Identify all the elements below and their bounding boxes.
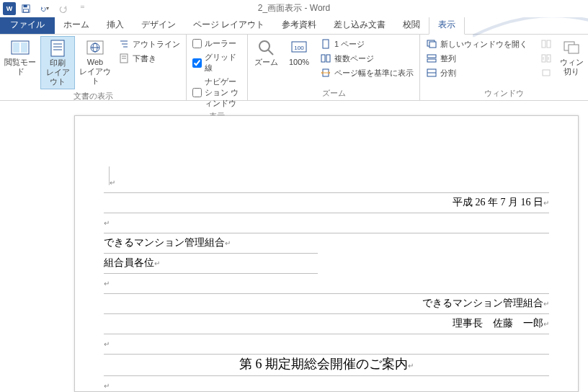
zoom-button[interactable]: ズーム xyxy=(251,36,281,68)
sync-scroll-button[interactable] xyxy=(538,52,555,65)
gridlines-label: グリッド線 xyxy=(205,52,241,74)
svg-rect-27 xyxy=(326,55,330,62)
document-area[interactable]: ↵ 平成 26 年 7 月 16 日↵ ↵ できるマンション管理組合↵ 組合員各… xyxy=(0,101,588,392)
svg-rect-37 xyxy=(547,40,551,48)
svg-line-22 xyxy=(268,50,273,55)
web-layout-icon xyxy=(86,39,104,56)
gridlines-checkbox[interactable]: グリッド線 xyxy=(190,51,244,74)
hundred-percent-icon: 100 xyxy=(290,39,308,56)
read-mode-label: 閲覧モード xyxy=(4,58,36,76)
read-mode-button[interactable]: 閲覧モード xyxy=(3,36,37,78)
group-zoom: ズーム 100 100% 1 ページ xyxy=(248,35,420,100)
one-page-icon xyxy=(320,38,331,50)
print-layout-label-2: レイアウト xyxy=(43,68,73,86)
group-document-views: 閲覧モード 印刷 レイアウト Web レイアウト xyxy=(0,35,187,100)
navpane-label: ナビゲーション ウィンドウ xyxy=(205,76,241,109)
doc-recipient1-line: できるマンション管理組合↵ xyxy=(104,233,318,254)
doc-empty-line-2: ↵ xyxy=(104,213,549,233)
page-width-icon xyxy=(320,67,331,79)
draft-label: 下書き xyxy=(133,53,156,64)
hundred-percent-label: 100% xyxy=(289,58,309,67)
doc-empty-line-4: ↵ xyxy=(104,334,549,355)
tab-mailings[interactable]: 差し込み文書 xyxy=(325,16,394,34)
print-layout-label-1: 印刷 xyxy=(50,58,66,68)
print-layout-button[interactable]: 印刷 レイアウト xyxy=(40,36,75,89)
multi-page-button[interactable]: 複数ページ xyxy=(317,52,416,65)
tab-file[interactable]: ファイル xyxy=(0,16,55,34)
ruler-checkbox[interactable]: ルーラー xyxy=(190,37,244,50)
ribbon: 閲覧モード 印刷 レイアウト Web レイアウト xyxy=(0,35,588,101)
zoom-label: ズーム xyxy=(254,58,278,67)
navpane-check-input[interactable] xyxy=(192,88,202,97)
title-bar: W ▾ ⁼ 2_画面表示 - Word xyxy=(0,0,588,17)
document-page[interactable]: ↵ 平成 26 年 7 月 16 日↵ ↵ できるマンション管理組合↵ 組合員各… xyxy=(74,115,579,392)
save-button[interactable] xyxy=(17,1,35,16)
switch-windows-label-1: ウィン xyxy=(560,58,584,67)
arrange-all-button[interactable]: 整列 xyxy=(423,52,530,65)
svg-rect-5 xyxy=(13,43,19,53)
doc-title-line: 第 6 期定期総会開催のご案内↵ xyxy=(104,355,549,376)
doc-recipient2-line: 組合員各位↵ xyxy=(104,254,318,274)
doc-sender2-line: 理事長 佐藤 一郎↵ xyxy=(104,314,549,334)
doc-empty-line-3: ↵ xyxy=(104,274,549,294)
arrange-all-label: 整列 xyxy=(440,53,456,64)
print-layout-icon xyxy=(48,40,67,57)
group-views-label: 文書の表示 xyxy=(3,89,183,103)
page-width-button[interactable]: ページ幅を基準に表示 xyxy=(317,66,416,79)
outline-button[interactable]: アウトライン xyxy=(115,37,183,50)
svg-rect-3 xyxy=(24,9,29,12)
reset-window-button[interactable] xyxy=(538,66,555,79)
gridlines-check-input[interactable] xyxy=(192,58,202,68)
svg-rect-40 xyxy=(543,70,550,76)
svg-rect-33 xyxy=(427,59,436,62)
doc-empty-line-5: ↵ xyxy=(104,376,549,392)
web-layout-label-2: レイアウト xyxy=(79,67,111,86)
outline-label: アウトライン xyxy=(133,39,180,50)
group-zoom-label: ズーム xyxy=(251,86,416,100)
hundred-percent-button[interactable]: 100 100% xyxy=(284,36,314,68)
side-by-side-button[interactable] xyxy=(538,37,555,50)
sync-scroll-icon xyxy=(540,53,552,64)
tab-insert[interactable]: 挿入 xyxy=(98,16,133,34)
svg-text:100: 100 xyxy=(294,45,304,51)
navpane-checkbox[interactable]: ナビゲーション ウィンドウ xyxy=(190,76,244,110)
redo-button[interactable] xyxy=(55,1,72,16)
tab-page-layout[interactable]: ページ レイアウト xyxy=(184,16,273,34)
undo-icon xyxy=(40,4,46,14)
svg-rect-31 xyxy=(429,42,436,48)
doc-date: 平成 26 年 7 月 16 日 xyxy=(453,197,543,208)
group-window: 新しいウィンドウを開く 整列 分割 xyxy=(420,35,588,100)
ruler-label: ルーラー xyxy=(205,38,236,49)
word-app-icon: W xyxy=(3,2,16,15)
tab-view[interactable]: 表示 xyxy=(429,15,465,35)
doc-recipient1: できるマンション管理組合 xyxy=(104,237,225,248)
one-page-button[interactable]: 1 ページ xyxy=(317,37,416,50)
undo-button[interactable]: ▾ xyxy=(36,1,53,16)
draft-icon xyxy=(118,53,130,64)
doc-recipient2: 組合員各位 xyxy=(104,257,154,268)
ruler-check-input[interactable] xyxy=(192,39,202,48)
quick-access-toolbar: W ▾ ⁼ xyxy=(0,1,91,16)
tab-design[interactable]: デザイン xyxy=(133,16,184,34)
switch-windows-button[interactable]: ウィン 切り xyxy=(558,36,585,78)
group-window-label: ウィンドウ xyxy=(423,86,585,100)
draft-button[interactable]: 下書き xyxy=(115,52,183,65)
new-window-label: 新しいウィンドウを開く xyxy=(440,39,527,50)
svg-rect-2 xyxy=(24,4,27,6)
save-icon xyxy=(22,4,30,14)
tab-references[interactable]: 参考資料 xyxy=(273,16,325,34)
ribbon-tabs: ファイル ホーム 挿入 デザイン ページ レイアウト 参考資料 差し込み文書 校… xyxy=(0,17,588,35)
multi-page-label: 複数ページ xyxy=(334,53,374,64)
web-layout-button[interactable]: Web レイアウト xyxy=(78,36,112,88)
svg-rect-7 xyxy=(51,40,64,56)
tab-home[interactable]: ホーム xyxy=(55,16,98,34)
qat-customize-button[interactable]: ⁼ xyxy=(74,1,91,16)
split-label: 分割 xyxy=(440,68,456,79)
new-window-button[interactable]: 新しいウィンドウを開く xyxy=(423,37,530,50)
tab-review[interactable]: 校閲 xyxy=(394,16,429,34)
page-width-label: ページ幅を基準に表示 xyxy=(334,68,414,79)
svg-rect-25 xyxy=(323,40,329,48)
split-button[interactable]: 分割 xyxy=(423,66,530,79)
window-title: 2_画面表示 - Word xyxy=(258,2,330,14)
group-show: ルーラー グリッド線 ナビゲーション ウィンドウ 表示 xyxy=(187,35,248,100)
